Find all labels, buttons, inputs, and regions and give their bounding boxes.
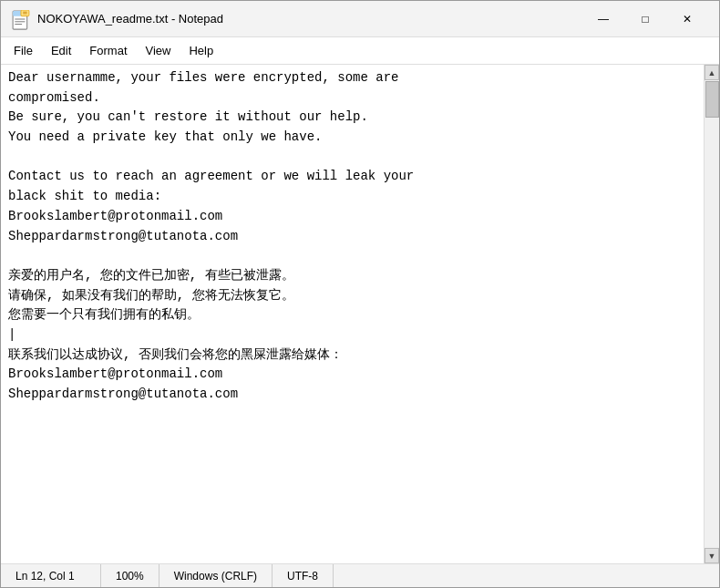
title-bar: NOKOYAWA_readme.txt - Notepad — □ ✕: [1, 1, 719, 37]
encoding: UTF-8: [273, 564, 334, 587]
menu-view[interactable]: View: [137, 40, 180, 61]
cursor-position: Ln 12, Col 1: [1, 564, 101, 587]
content-wrapper: ▲ ▼: [1, 65, 719, 563]
menu-format[interactable]: Format: [80, 40, 136, 61]
text-editor[interactable]: [1, 65, 704, 563]
status-bar: Ln 12, Col 1 100% Windows (CRLF) UTF-8: [1, 563, 719, 587]
zoom-level: 100%: [101, 564, 159, 587]
scrollbar[interactable]: ▲ ▼: [704, 65, 719, 563]
menu-bar: File Edit Format View Help: [1, 37, 719, 65]
maximize-button[interactable]: □: [624, 5, 666, 34]
minimize-button[interactable]: —: [582, 5, 624, 34]
scroll-down-button[interactable]: ▼: [705, 548, 719, 563]
scroll-thumb[interactable]: [705, 81, 719, 118]
notepad-window: NOKOYAWA_readme.txt - Notepad — □ ✕ File…: [0, 0, 720, 588]
scroll-up-button[interactable]: ▲: [705, 65, 719, 80]
window-title: NOKOYAWA_readme.txt - Notepad: [37, 12, 582, 26]
close-button[interactable]: ✕: [666, 5, 708, 34]
menu-help[interactable]: Help: [180, 40, 222, 61]
window-controls: — □ ✕: [582, 5, 708, 34]
menu-edit[interactable]: Edit: [42, 40, 80, 61]
app-icon: [12, 10, 30, 28]
svg-rect-5: [21, 10, 29, 16]
menu-file[interactable]: File: [5, 40, 42, 61]
line-ending: Windows (CRLF): [159, 564, 273, 587]
